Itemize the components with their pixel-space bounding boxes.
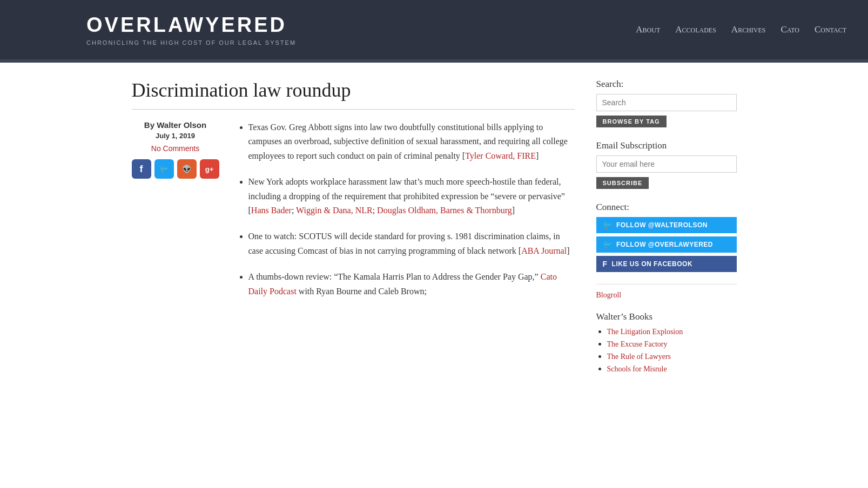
link-cato-daily-podcast[interactable]: Cato Daily Podcast xyxy=(248,272,557,295)
twitter-icon: 🐦 xyxy=(603,221,613,229)
social-icons: f 🐦 👽 g+ xyxy=(132,159,219,179)
blogroll-link[interactable]: Blogroll xyxy=(596,291,622,299)
nav-cato[interactable]: Cato xyxy=(780,24,799,35)
main-content: Discrimination law roundup By Walter Ols… xyxy=(132,79,575,385)
meta-author: By Walter Olson xyxy=(132,120,219,130)
main-nav: About Accolades Archives Cato Contact xyxy=(636,24,846,35)
nav-about[interactable]: About xyxy=(636,24,660,35)
facebook-icon: f xyxy=(603,260,608,268)
follow-walterolson-button[interactable]: 🐦 FOLLOW @WALTEROLSON xyxy=(596,217,737,233)
book-link-1[interactable]: The Litigation Explosion xyxy=(607,328,683,336)
article-title-divider xyxy=(132,109,575,110)
book-item-3: The Rule of Lawyers xyxy=(607,351,737,361)
email-subscription-label: Email Subscription xyxy=(596,140,737,151)
blogroll-section: Blogroll xyxy=(596,284,737,300)
bullet-4: A thumbs-down review: “The Kamala Harris… xyxy=(248,270,575,299)
article-layout: By Walter Olson July 1, 2019 No Comments… xyxy=(132,120,575,310)
book-link-3[interactable]: The Rule of Lawyers xyxy=(607,353,671,361)
social-twitter-icon[interactable]: 🐦 xyxy=(154,159,174,179)
like-facebook-button[interactable]: f LIKE US ON FACEBOOK xyxy=(596,256,737,272)
meta-comments[interactable]: No Comments xyxy=(132,144,219,153)
link-hans-bader[interactable]: Hans Bader xyxy=(251,206,292,215)
page-wrapper: Discrimination law roundup By Walter Ols… xyxy=(110,63,758,402)
bullet-1: Texas Gov. Greg Abbott signs into law tw… xyxy=(248,120,575,163)
site-header: OVERLAWYERED CHRONICLING THE HIGH COST O… xyxy=(0,0,868,59)
link-douglas-oldham[interactable]: Douglas Oldham, Barnes & Thornburg xyxy=(377,206,512,215)
article-body: Texas Gov. Greg Abbott signs into law tw… xyxy=(235,120,575,310)
walters-books-section: Walter’s Books The Litigation Explosion … xyxy=(596,311,737,374)
bullet-3: One to watch: SCOTUS will decide standar… xyxy=(248,229,575,258)
search-input[interactable] xyxy=(596,94,737,111)
twitter-icon-2: 🐦 xyxy=(603,240,613,249)
meta-date: July 1, 2019 xyxy=(132,132,219,140)
link-aba-journal[interactable]: ABA Journal xyxy=(521,246,567,255)
connect-section: Connect: 🐦 FOLLOW @WALTEROLSON 🐦 FOLLOW … xyxy=(596,202,737,272)
article-title: Discrimination law roundup xyxy=(132,79,575,101)
book-link-2[interactable]: The Excuse Factory xyxy=(607,340,668,348)
walters-books-label: Walter’s Books xyxy=(596,311,737,322)
social-gplus-icon[interactable]: g+ xyxy=(200,159,219,179)
header-brand: OVERLAWYERED CHRONICLING THE HIGH COST O… xyxy=(86,13,296,46)
connect-label: Connect: xyxy=(596,202,737,213)
social-reddit-icon[interactable]: 👽 xyxy=(177,159,197,179)
social-facebook-icon[interactable]: f xyxy=(132,159,151,179)
article-bullets: Texas Gov. Greg Abbott signs into law tw… xyxy=(235,120,575,299)
nav-accolades[interactable]: Accolades xyxy=(675,24,716,35)
nav-archives[interactable]: Archives xyxy=(731,24,766,35)
link-wiggin-dana[interactable]: Wiggin & Dana, NLR xyxy=(296,206,373,215)
email-input[interactable] xyxy=(596,155,737,173)
book-item-1: The Litigation Explosion xyxy=(607,327,737,336)
book-item-2: The Excuse Factory xyxy=(607,339,737,349)
follow-overlawyered-button[interactable]: 🐦 FOLLOW @OVERLAWYERED xyxy=(596,236,737,253)
site-title: OVERLAWYERED xyxy=(86,13,296,37)
book-item-4: Schools for Misrule xyxy=(607,364,737,374)
walters-books-list: The Litigation Explosion The Excuse Fact… xyxy=(596,327,737,374)
search-label: Search: xyxy=(596,79,737,90)
search-section: Search: BROWSE BY TAG xyxy=(596,79,737,128)
link-tyler-coward[interactable]: Tyler Coward, FIRE xyxy=(465,151,536,160)
sidebar: Search: BROWSE BY TAG Email Subscription… xyxy=(596,79,737,385)
site-tagline: CHRONICLING THE HIGH COST OF OUR LEGAL S… xyxy=(86,39,296,46)
nav-contact[interactable]: Contact xyxy=(815,24,846,35)
sidebar-divider xyxy=(596,284,737,284)
book-link-4[interactable]: Schools for Misrule xyxy=(607,365,667,373)
browse-by-tag-button[interactable]: BROWSE BY TAG xyxy=(596,116,667,127)
email-subscription-section: Email Subscription SUBSCRIBE xyxy=(596,140,737,190)
bullet-2: New York adopts workplace harassment law… xyxy=(248,175,575,218)
article-meta: By Walter Olson July 1, 2019 No Comments… xyxy=(132,120,219,310)
subscribe-button[interactable]: SUBSCRIBE xyxy=(596,177,649,189)
